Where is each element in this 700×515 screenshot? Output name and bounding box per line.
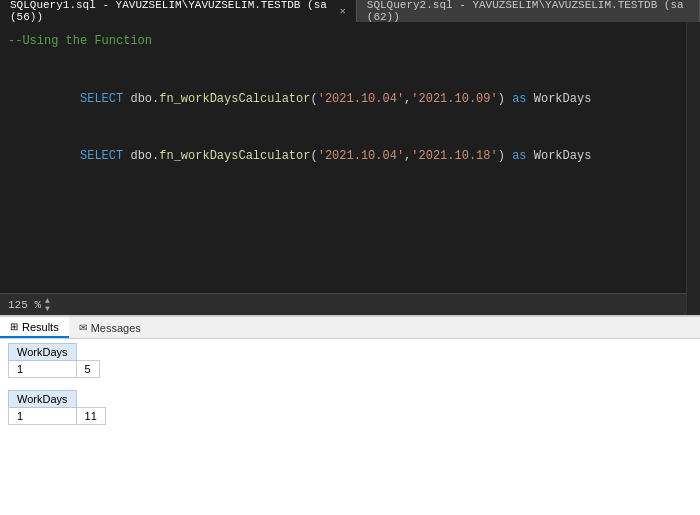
as-kw-2: as <box>512 149 534 163</box>
result1-col-header: WorkDays <box>9 344 77 361</box>
results-grid-icon: ⊞ <box>10 321 18 332</box>
param1-1: '2021.10.04' <box>318 92 404 106</box>
comment-line: --Using the Function <box>0 32 152 51</box>
result-table-1: WorkDays 1 5 <box>8 343 100 378</box>
zoom-label: 125 % <box>8 299 41 311</box>
paren-open-1: ( <box>310 92 317 106</box>
result2-cell-workdays: 11 <box>76 408 105 425</box>
tab-sqlquery1-label: SQLQuery1.sql - YAVUZSELIM\YAVUZSELIM.TE… <box>10 0 331 23</box>
table-row: 1 5 <box>9 361 100 378</box>
results-area: ⊞ Results ✉ Messages WorkDays 1 5 <box>0 315 700 515</box>
code-line-3: SELECT dbo.fn_workDaysCalculator('2021.1… <box>0 70 686 128</box>
tab-sqlquery2-label: SQLQuery2.sql - YAVUZSELIM\YAVUZSELIM.TE… <box>367 0 689 23</box>
paren-open-2: ( <box>310 149 317 163</box>
paren-close-2: ) <box>498 149 512 163</box>
results-tab-label: Results <box>22 321 59 333</box>
code-line-1: --Using the Function <box>0 32 686 51</box>
row-num-2: 1 <box>9 408 77 425</box>
messages-icon: ✉ <box>79 322 87 333</box>
dbo-ref-1: dbo. <box>130 92 159 106</box>
code-line-4: SELECT dbo.fn_workDaysCalculator('2021.1… <box>0 128 686 186</box>
right-gutter <box>686 22 700 315</box>
alias-2: WorkDays <box>534 149 592 163</box>
param2-1: '2021.10.09' <box>411 92 497 106</box>
editor-area: --Using the Function SELECT dbo.fn_workD… <box>0 22 700 315</box>
results-content[interactable]: WorkDays 1 5 WorkDays <box>0 339 700 515</box>
code-editor[interactable]: --Using the Function SELECT dbo.fn_workD… <box>0 22 686 293</box>
tab-sqlquery2[interactable]: SQLQuery2.sql - YAVUZSELIM\YAVUZSELIM.TE… <box>357 0 700 22</box>
code-line-2 <box>0 51 686 70</box>
keyword-select-2: SELECT <box>80 149 130 163</box>
zoom-down-arrow[interactable]: ▼ <box>45 305 50 313</box>
editor-main: --Using the Function SELECT dbo.fn_workD… <box>0 22 686 315</box>
results-tabs: ⊞ Results ✉ Messages <box>0 317 700 339</box>
zoom-arrows[interactable]: ▲ ▼ <box>45 297 50 313</box>
paren-close-1: ) <box>498 92 512 106</box>
table-row: 1 11 <box>9 408 106 425</box>
result2-col-header: WorkDays <box>9 391 77 408</box>
tab-bar: SQLQuery1.sql - YAVUZSELIM\YAVUZSELIM.TE… <box>0 0 700 22</box>
dbo-ref-2: dbo. <box>130 149 159 163</box>
alias-1: WorkDays <box>534 92 592 106</box>
param1-2: '2021.10.04' <box>318 149 404 163</box>
fn-name-2: fn_workDaysCalculator <box>159 149 310 163</box>
tab-sqlquery1-close[interactable]: ✕ <box>340 5 346 17</box>
result-set-2: WorkDays 1 11 <box>8 390 692 425</box>
tab-messages[interactable]: ✉ Messages <box>69 317 151 338</box>
tab-results[interactable]: ⊞ Results <box>0 317 69 338</box>
messages-tab-label: Messages <box>91 322 141 334</box>
fn-name-1: fn_workDaysCalculator <box>159 92 310 106</box>
keyword-select-1: SELECT <box>80 92 130 106</box>
result1-cell-workdays: 5 <box>76 361 99 378</box>
result-set-1: WorkDays 1 5 <box>8 343 692 378</box>
result-table-2: WorkDays 1 11 <box>8 390 106 425</box>
tab-sqlquery1[interactable]: SQLQuery1.sql - YAVUZSELIM\YAVUZSELIM.TE… <box>0 0 357 22</box>
row-num-1: 1 <box>9 361 77 378</box>
param2-2: '2021.10.18' <box>411 149 497 163</box>
zoom-bar: 125 % ▲ ▼ <box>0 293 686 315</box>
as-kw-1: as <box>512 92 534 106</box>
